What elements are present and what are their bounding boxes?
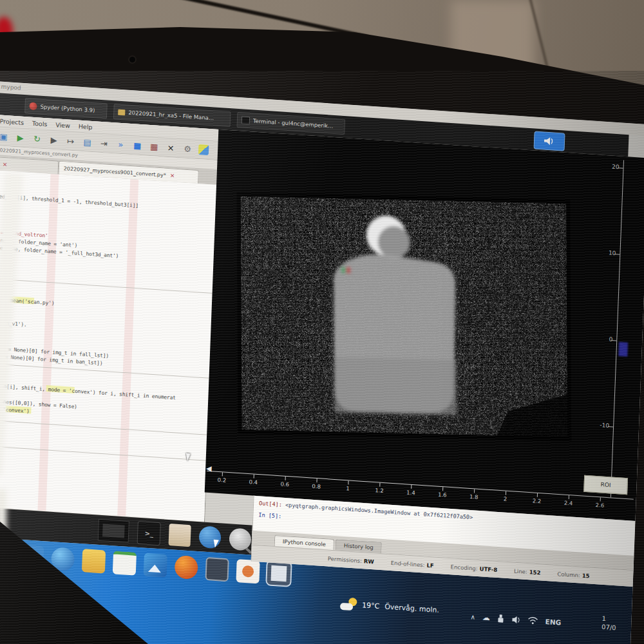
browser-cursor-icon[interactable]: [198, 526, 221, 549]
x-tick-label: 0.6: [280, 480, 289, 488]
code-editor[interactable]: fied_san[i], threshold_1 = -1, threshold…: [0, 170, 217, 522]
menu-projects[interactable]: Projects: [0, 117, 24, 126]
spyder-logo-icon: [29, 102, 37, 110]
terminal-icon[interactable]: >_: [137, 521, 161, 545]
menu-tools[interactable]: Tools: [32, 119, 48, 128]
sun-cloud-icon: [340, 597, 357, 611]
tools-icon[interactable]: ⚙: [180, 141, 195, 156]
menu-view[interactable]: View: [55, 121, 70, 129]
cell-separator: [0, 363, 210, 379]
run-cell-icon[interactable]: ▶: [46, 132, 61, 147]
speaker-icon[interactable]: [512, 615, 521, 624]
x-tick-label: 0.8: [312, 483, 321, 490]
x-tick-label: 0.4: [249, 478, 258, 486]
status-column: Column:15: [557, 571, 590, 579]
firefox-icon[interactable]: [175, 555, 198, 580]
column-guide: [117, 179, 138, 516]
x-axis: [207, 471, 634, 500]
tray-chevron-icon[interactable]: ∧: [470, 613, 475, 620]
x-tick: [316, 478, 317, 482]
status-permissions: Permissions:RW: [328, 555, 374, 565]
paint-icon[interactable]: [236, 559, 260, 583]
depth-image: [237, 193, 571, 441]
rerun-cell-icon[interactable]: ↦: [63, 133, 78, 148]
cell-separator: [0, 278, 213, 294]
x-tick: [600, 497, 601, 501]
window-preview-icon[interactable]: [98, 519, 129, 543]
terminal-icon: [242, 116, 250, 124]
x-tick: [442, 487, 443, 491]
y-axis: [611, 160, 624, 498]
x-tick: [348, 480, 348, 484]
x-tick-label: 2: [504, 495, 507, 502]
x-tick: [379, 483, 380, 487]
x-tick: [254, 475, 254, 478]
x-tick: [569, 495, 569, 499]
x-tick-label: 1.6: [438, 491, 447, 498]
axis-arrow-icon: ◀: [206, 464, 212, 473]
console-in-prompt[interactable]: In [5]:: [258, 511, 281, 519]
y-tick-label: -10: [587, 421, 609, 429]
histogram-marker[interactable]: [618, 342, 628, 357]
step-icon[interactable]: ⇥: [97, 136, 111, 151]
x-tick: [411, 485, 412, 489]
notes-icon[interactable]: [113, 551, 137, 575]
webcam: [129, 57, 135, 62]
x-tick-label: 1.8: [469, 493, 478, 500]
refresh-icon[interactable]: ↻: [30, 131, 44, 146]
x-tick-label: 1.2: [375, 487, 384, 494]
out-prompt: Out[4]:: [259, 500, 282, 507]
usb-icon[interactable]: [497, 614, 506, 623]
x-tick-label: 0.2: [218, 477, 227, 484]
run-icon[interactable]: ▶: [13, 130, 28, 145]
x-tick-label: 2.4: [564, 500, 573, 507]
x-tick: [285, 477, 286, 480]
y-tick-label: 0: [591, 335, 612, 343]
menu-help[interactable]: Help: [79, 122, 93, 130]
x-tick-label: 1: [346, 485, 350, 491]
y-tick-label: 10: [594, 249, 616, 256]
status-encoding: Encoding:UTF-8: [451, 564, 498, 573]
stop-icon[interactable]: ■: [130, 138, 145, 153]
layout-icon[interactable]: ▦: [147, 139, 162, 154]
folder-icon[interactable]: [82, 549, 106, 573]
x-tick-label: 2.6: [595, 502, 604, 509]
weather-widget[interactable]: 19°C Övervåg. moln.: [340, 597, 439, 616]
close-icon[interactable]: ×: [170, 172, 175, 178]
image-window: 20 10 0 -10 0.2 0.4 0.6 0.8 1 1.2 1: [205, 129, 644, 521]
desktop-corner-text: mypod: [1, 84, 21, 91]
continue-icon[interactable]: »: [113, 137, 128, 151]
wifi-icon[interactable]: [528, 616, 538, 625]
column-guide: [37, 174, 59, 511]
volume-button[interactable]: [534, 131, 565, 151]
taskbar-window-spyder[interactable]: Spyder (Python 3.9): [24, 98, 108, 118]
language-indicator[interactable]: ENG: [545, 618, 562, 627]
speaker-icon: [544, 137, 556, 146]
x-tick-label: 1.4: [406, 489, 415, 496]
status-line: Line:152: [514, 567, 541, 576]
x-tick: [474, 489, 475, 493]
close-icon[interactable]: ×: [3, 161, 8, 167]
onedrive-icon[interactable]: ☁: [482, 613, 491, 623]
folder-icon: [118, 109, 125, 115]
file-manager-icon[interactable]: [169, 524, 191, 547]
weather-condition: Övervåg. moln.: [384, 602, 439, 614]
fullscreen-icon[interactable]: ×: [164, 140, 178, 155]
python-icon[interactable]: [198, 144, 209, 155]
x-tick-label: 2.2: [533, 497, 542, 504]
x-tick: [506, 491, 506, 495]
laptop-screen: mypod Spyder (Python 3.9) 20220921_hr_xa…: [0, 81, 644, 644]
screenshot-icon[interactable]: [229, 527, 251, 551]
x-tick: [222, 472, 223, 476]
save-icon[interactable]: ▣: [0, 129, 11, 144]
status-eol: End-of-lines:LF: [391, 559, 434, 568]
temperature: 19°C: [362, 601, 380, 611]
photo-of-laptop: mypod Spyder (Python 3.9) 20220921_hr_xa…: [0, 0, 644, 644]
console-icon[interactable]: ▤: [80, 135, 95, 149]
system-tray: ∧ ☁ ENG: [470, 612, 561, 627]
y-tick-label: 20: [597, 162, 619, 170]
image-viewer-icon[interactable]: [267, 561, 290, 585]
gallery-icon[interactable]: [205, 557, 229, 582]
roi-button[interactable]: ROI: [583, 475, 628, 495]
photos-icon[interactable]: [144, 553, 167, 578]
